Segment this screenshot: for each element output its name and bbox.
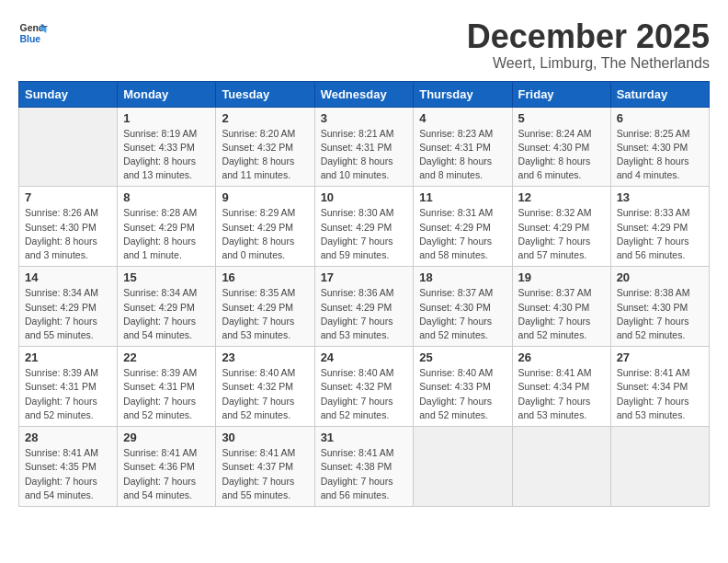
day-number: 21: [25, 350, 111, 364]
day-info: Sunrise: 8:33 AM Sunset: 4:29 PM Dayligh…: [617, 206, 703, 262]
day-info: Sunrise: 8:24 AM Sunset: 4:30 PM Dayligh…: [518, 127, 605, 183]
header: General Blue December 2025 Weert, Limbur…: [18, 18, 710, 72]
month-year-title: December 2025: [467, 18, 710, 55]
calendar-cell: 7Sunrise: 8:26 AM Sunset: 4:30 PM Daylig…: [19, 187, 118, 267]
calendar-cell: 1Sunrise: 8:19 AM Sunset: 4:33 PM Daylig…: [118, 107, 216, 187]
day-number: 26: [518, 350, 605, 364]
day-number: 31: [321, 431, 408, 444]
day-info: Sunrise: 8:25 AM Sunset: 4:30 PM Dayligh…: [617, 127, 703, 183]
calendar-header-row: SundayMondayTuesdayWednesdayThursdayFrid…: [19, 81, 710, 107]
calendar-cell: [19, 107, 118, 187]
calendar-cell: 31Sunrise: 8:41 AM Sunset: 4:38 PM Dayli…: [314, 427, 414, 507]
calendar-week-row: 1Sunrise: 8:19 AM Sunset: 4:33 PM Daylig…: [19, 107, 710, 187]
day-info: Sunrise: 8:35 AM Sunset: 4:29 PM Dayligh…: [222, 286, 308, 342]
calendar-cell: 14Sunrise: 8:34 AM Sunset: 4:29 PM Dayli…: [19, 267, 118, 347]
day-number: 3: [321, 111, 408, 125]
calendar-cell: 16Sunrise: 8:35 AM Sunset: 4:29 PM Dayli…: [216, 267, 314, 347]
calendar-cell: 6Sunrise: 8:25 AM Sunset: 4:30 PM Daylig…: [610, 107, 709, 187]
calendar-cell: 25Sunrise: 8:40 AM Sunset: 4:33 PM Dayli…: [414, 347, 512, 427]
calendar-cell: 11Sunrise: 8:31 AM Sunset: 4:29 PM Dayli…: [414, 187, 512, 267]
header-day-friday: Friday: [512, 81, 610, 107]
day-info: Sunrise: 8:37 AM Sunset: 4:30 PM Dayligh…: [419, 286, 506, 342]
calendar-cell: 2Sunrise: 8:20 AM Sunset: 4:32 PM Daylig…: [216, 107, 314, 187]
header-day-wednesday: Wednesday: [314, 81, 414, 107]
day-number: 29: [123, 431, 210, 444]
calendar-week-row: 7Sunrise: 8:26 AM Sunset: 4:30 PM Daylig…: [19, 187, 710, 267]
day-info: Sunrise: 8:30 AM Sunset: 4:29 PM Dayligh…: [321, 206, 408, 262]
calendar-cell: [414, 427, 512, 507]
calendar-cell: 17Sunrise: 8:36 AM Sunset: 4:29 PM Dayli…: [314, 267, 414, 347]
day-info: Sunrise: 8:23 AM Sunset: 4:31 PM Dayligh…: [419, 127, 506, 183]
header-day-monday: Monday: [118, 81, 216, 107]
day-info: Sunrise: 8:41 AM Sunset: 4:34 PM Dayligh…: [518, 366, 605, 422]
day-info: Sunrise: 8:31 AM Sunset: 4:29 PM Dayligh…: [419, 206, 506, 262]
day-number: 6: [617, 111, 703, 125]
day-number: 11: [419, 190, 506, 204]
day-number: 30: [222, 431, 308, 444]
day-number: 18: [419, 270, 506, 284]
day-info: Sunrise: 8:26 AM Sunset: 4:30 PM Dayligh…: [25, 206, 111, 262]
day-info: Sunrise: 8:41 AM Sunset: 4:36 PM Dayligh…: [123, 446, 210, 502]
day-number: 2: [222, 111, 308, 125]
day-info: Sunrise: 8:41 AM Sunset: 4:34 PM Dayligh…: [617, 366, 703, 422]
day-number: 15: [123, 270, 210, 284]
day-info: Sunrise: 8:41 AM Sunset: 4:37 PM Dayligh…: [222, 446, 308, 502]
calendar-cell: 5Sunrise: 8:24 AM Sunset: 4:30 PM Daylig…: [512, 107, 610, 187]
day-number: 27: [617, 350, 703, 364]
calendar-cell: 28Sunrise: 8:41 AM Sunset: 4:35 PM Dayli…: [19, 427, 118, 507]
day-info: Sunrise: 8:38 AM Sunset: 4:30 PM Dayligh…: [617, 286, 703, 342]
day-info: Sunrise: 8:20 AM Sunset: 4:32 PM Dayligh…: [222, 127, 308, 183]
calendar-cell: 15Sunrise: 8:34 AM Sunset: 4:29 PM Dayli…: [118, 267, 216, 347]
day-info: Sunrise: 8:40 AM Sunset: 4:32 PM Dayligh…: [321, 366, 408, 422]
calendar-week-row: 21Sunrise: 8:39 AM Sunset: 4:31 PM Dayli…: [19, 347, 710, 427]
day-number: 8: [123, 190, 210, 204]
day-info: Sunrise: 8:34 AM Sunset: 4:29 PM Dayligh…: [123, 286, 210, 342]
day-number: 25: [419, 350, 506, 364]
day-number: 23: [222, 350, 308, 364]
calendar-cell: 8Sunrise: 8:28 AM Sunset: 4:29 PM Daylig…: [118, 187, 216, 267]
calendar-cell: 18Sunrise: 8:37 AM Sunset: 4:30 PM Dayli…: [414, 267, 512, 347]
calendar-cell: 13Sunrise: 8:33 AM Sunset: 4:29 PM Dayli…: [610, 187, 709, 267]
calendar-cell: 4Sunrise: 8:23 AM Sunset: 4:31 PM Daylig…: [414, 107, 512, 187]
calendar-cell: 21Sunrise: 8:39 AM Sunset: 4:31 PM Dayli…: [19, 347, 118, 427]
day-number: 13: [617, 190, 703, 204]
day-info: Sunrise: 8:29 AM Sunset: 4:29 PM Dayligh…: [222, 206, 308, 262]
day-number: 9: [222, 190, 308, 204]
day-info: Sunrise: 8:41 AM Sunset: 4:35 PM Dayligh…: [25, 446, 111, 502]
header-day-sunday: Sunday: [19, 81, 118, 107]
calendar-cell: 23Sunrise: 8:40 AM Sunset: 4:32 PM Dayli…: [216, 347, 314, 427]
logo-icon: General Blue: [18, 18, 48, 48]
header-day-thursday: Thursday: [414, 81, 512, 107]
day-number: 17: [321, 270, 408, 284]
day-number: 20: [617, 270, 703, 284]
calendar-cell: [610, 427, 709, 507]
day-info: Sunrise: 8:40 AM Sunset: 4:32 PM Dayligh…: [222, 366, 308, 422]
svg-text:Blue: Blue: [20, 34, 41, 44]
header-day-saturday: Saturday: [610, 81, 709, 107]
day-number: 5: [518, 111, 605, 125]
day-info: Sunrise: 8:36 AM Sunset: 4:29 PM Dayligh…: [321, 286, 408, 342]
day-number: 1: [123, 111, 210, 125]
day-info: Sunrise: 8:39 AM Sunset: 4:31 PM Dayligh…: [123, 366, 210, 422]
day-info: Sunrise: 8:21 AM Sunset: 4:31 PM Dayligh…: [321, 127, 408, 183]
day-number: 10: [321, 190, 408, 204]
day-number: 7: [25, 190, 111, 204]
day-info: Sunrise: 8:34 AM Sunset: 4:29 PM Dayligh…: [25, 286, 111, 342]
calendar-cell: 3Sunrise: 8:21 AM Sunset: 4:31 PM Daylig…: [314, 107, 414, 187]
day-number: 14: [25, 270, 111, 284]
calendar-cell: 10Sunrise: 8:30 AM Sunset: 4:29 PM Dayli…: [314, 187, 414, 267]
day-number: 12: [518, 190, 605, 204]
calendar-week-row: 28Sunrise: 8:41 AM Sunset: 4:35 PM Dayli…: [19, 427, 710, 507]
calendar-cell: 24Sunrise: 8:40 AM Sunset: 4:32 PM Dayli…: [314, 347, 414, 427]
calendar-cell: 30Sunrise: 8:41 AM Sunset: 4:37 PM Dayli…: [216, 427, 314, 507]
calendar-cell: 22Sunrise: 8:39 AM Sunset: 4:31 PM Dayli…: [118, 347, 216, 427]
calendar-cell: 27Sunrise: 8:41 AM Sunset: 4:34 PM Dayli…: [610, 347, 709, 427]
day-number: 28: [25, 431, 111, 444]
day-info: Sunrise: 8:40 AM Sunset: 4:33 PM Dayligh…: [419, 366, 506, 422]
day-number: 19: [518, 270, 605, 284]
day-info: Sunrise: 8:39 AM Sunset: 4:31 PM Dayligh…: [25, 366, 111, 422]
calendar-cell: 19Sunrise: 8:37 AM Sunset: 4:30 PM Dayli…: [512, 267, 610, 347]
location-subtitle: Weert, Limburg, The Netherlands: [467, 55, 710, 72]
day-number: 16: [222, 270, 308, 284]
day-info: Sunrise: 8:37 AM Sunset: 4:30 PM Dayligh…: [518, 286, 605, 342]
